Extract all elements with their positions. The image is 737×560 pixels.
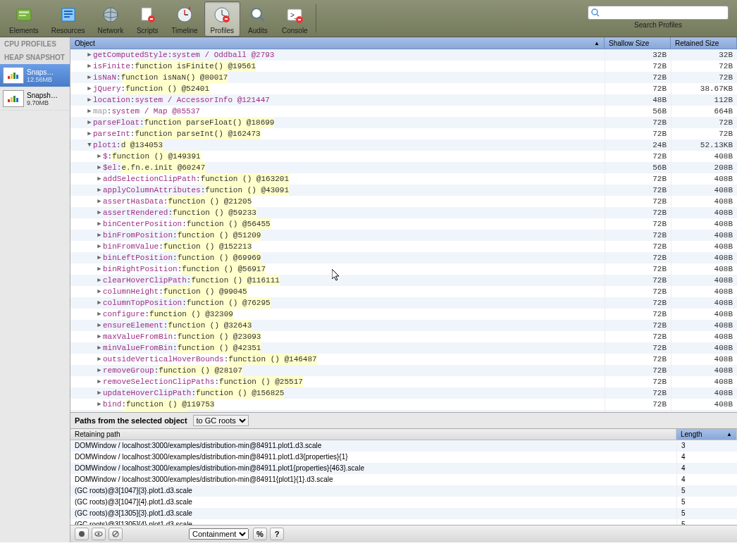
toolbar-resources[interactable]: Resources <box>45 1 92 37</box>
toolbar-audits[interactable]: Audits <box>240 1 275 37</box>
help-button[interactable]: ? <box>270 528 284 540</box>
disclosure-icon[interactable]: ▶ <box>96 320 103 331</box>
path-row[interactable]: (GC roots)@3[1047]{4}.plot1.d3.scale5 <box>70 497 737 508</box>
disclosure-icon[interactable]: ▶ <box>86 117 93 128</box>
tree-row[interactable]: ▶$el: e.fn.e.init @6024756B208B <box>70 162 737 173</box>
record-button[interactable] <box>75 528 89 540</box>
path-row[interactable]: DOMWindow / localhost:3000/examples/dist… <box>70 474 737 485</box>
path-row[interactable]: DOMWindow / localhost:3000/examples/dist… <box>70 452 737 463</box>
tree-row[interactable]: ▶getComputedStyle: system / Oddball @279… <box>70 49 737 61</box>
tree-row[interactable]: ▶removeGroup: function () @2810772B408B <box>70 365 737 376</box>
tree-row[interactable]: ▶$: function () @14939172B408B <box>70 151 737 162</box>
disclosure-icon[interactable]: ▶ <box>96 196 103 207</box>
retained-size: 408B <box>671 342 737 354</box>
paths-select[interactable]: to GC roots <box>193 415 249 426</box>
eye-button[interactable] <box>92 528 106 540</box>
snapshot-item[interactable]: Snaps…12.56MB <box>0 64 70 87</box>
tree-row[interactable]: ▶binFromValue: function () @15221372B408… <box>70 241 737 252</box>
tree-row[interactable]: ▶isNaN: function isNaN() @8001772B72B <box>70 72 737 83</box>
path-row[interactable]: (GC roots)@3[1305]{3}.plot1.d3.scale5 <box>70 508 737 519</box>
tree-row[interactable]: ▶addSelectionClipPath: function () @1632… <box>70 173 737 185</box>
disclosure-icon[interactable]: ▶ <box>96 365 103 376</box>
clear-button[interactable] <box>109 528 123 540</box>
disclosure-icon[interactable]: ▶ <box>96 275 103 286</box>
tree-row[interactable]: ▶minValueFromBin: function () @4235172B4… <box>70 342 737 354</box>
col-object[interactable]: Object▲ <box>70 37 605 49</box>
view-select[interactable]: Containment <box>189 528 249 540</box>
toolbar-network[interactable]: Network <box>92 1 130 37</box>
object-tree[interactable]: ▶getComputedStyle: system / Oddball @279… <box>70 49 737 412</box>
disclosure-icon[interactable]: ▶ <box>96 263 103 275</box>
disclosure-icon[interactable]: ▼ <box>86 139 93 151</box>
disclosure-icon[interactable]: ▶ <box>96 354 103 365</box>
disclosure-icon[interactable]: ▶ <box>96 376 103 387</box>
tree-row[interactable]: ▶clearHoverClipPath: function () @116111… <box>70 275 737 286</box>
snapshot-item[interactable]: Snapsh…9.70MB <box>0 87 70 111</box>
tree-row[interactable]: ▶binFromPosition: function () @5120972B4… <box>70 230 737 241</box>
disclosure-icon[interactable]: ▶ <box>96 185 103 196</box>
disclosure-icon[interactable]: ▶ <box>96 399 103 410</box>
search-input[interactable] <box>588 6 729 20</box>
disclosure-icon[interactable]: ▶ <box>96 218 103 230</box>
toolbar-elements[interactable]: Elements <box>3 1 45 37</box>
tree-row[interactable]: cid: "view2" @4587332B32B <box>70 410 737 412</box>
toolbar-profiles[interactable]: Profiles <box>204 1 240 37</box>
disclosure-icon[interactable]: ▶ <box>96 162 103 173</box>
disclosure-icon[interactable]: ▶ <box>96 297 103 309</box>
col-retained-size[interactable]: Retained Size <box>671 37 737 49</box>
tree-row[interactable]: ▶assertHasData: function () @2120572B408… <box>70 196 737 207</box>
tree-row[interactable]: ▶isFinite: function isFinite() @1956172B… <box>70 61 737 72</box>
disclosure-icon[interactable]: ▶ <box>96 342 103 354</box>
toolbar-timeline[interactable]: Timeline <box>165 1 204 37</box>
path-row[interactable]: DOMWindow / localhost:3000/examples/dist… <box>70 463 737 474</box>
tree-row[interactable]: ▶ensureElement: function () @3264372B408… <box>70 320 737 331</box>
disclosure-icon[interactable]: ▶ <box>96 387 103 399</box>
property-key: columnHeight <box>103 286 159 297</box>
disclosure-icon[interactable]: ▶ <box>96 151 103 162</box>
tree-row[interactable]: ▶map: system / Map @8553756B664B <box>70 106 737 117</box>
path-row[interactable]: (GC roots)@3[1047]{3}.plot1.d3.scale5 <box>70 485 737 497</box>
tree-row[interactable]: ▼plot1: d @13405324B52.13KB <box>70 139 737 151</box>
tree-row[interactable]: ▶parseInt: function parseInt() @16247372… <box>70 128 737 139</box>
disclosure-icon[interactable]: ▶ <box>86 72 93 83</box>
col-retaining-path[interactable]: Retaining path <box>70 429 676 440</box>
disclosure-icon[interactable]: ▶ <box>86 106 93 117</box>
col-length[interactable]: Length▲ <box>676 429 737 440</box>
disclosure-icon[interactable]: ▶ <box>96 207 103 218</box>
disclosure-icon[interactable]: ▶ <box>96 331 103 342</box>
tree-row[interactable]: ▶columnHeight: function () @9904572B408B <box>70 286 737 297</box>
tree-row[interactable]: ▶outsideVerticalHoverBounds: function ()… <box>70 354 737 365</box>
disclosure-icon[interactable]: ▶ <box>96 230 103 241</box>
disclosure-icon[interactable]: ▶ <box>86 49 93 61</box>
tree-row[interactable]: ▶assertRendered: function () @5923372B40… <box>70 207 737 218</box>
tree-row[interactable]: ▶columnTopPosition: function () @7629572… <box>70 297 737 309</box>
tree-row[interactable]: ▶configure: function () @3230972B408B <box>70 309 737 320</box>
disclosure-icon[interactable]: ▶ <box>96 241 103 252</box>
disclosure-icon[interactable]: ▶ <box>96 252 103 263</box>
tree-row[interactable]: ▶maxValueFromBin: function () @2309372B4… <box>70 331 737 342</box>
tree-row[interactable]: ▶binLeftPosition: function () @6996972B4… <box>70 252 737 263</box>
tree-row[interactable]: ▶binRightPosition: function () @5691772B… <box>70 263 737 275</box>
col-shallow-size[interactable]: Shallow Size <box>605 37 671 49</box>
disclosure-icon[interactable]: ▶ <box>86 94 93 106</box>
disclosure-icon[interactable]: ▶ <box>86 128 93 139</box>
toolbar-scripts[interactable]: Scripts <box>130 1 165 37</box>
tree-row[interactable]: ▶jQuery: function () @5240172B38.67KB <box>70 83 737 94</box>
disclosure-icon[interactable]: ▶ <box>96 173 103 185</box>
disclosure-icon[interactable]: ▶ <box>86 83 93 94</box>
tree-row[interactable]: ▶removeSelectionClipPaths: function () @… <box>70 376 737 387</box>
disclosure-icon[interactable]: ▶ <box>96 286 103 297</box>
toolbar-console[interactable]: >_Console <box>275 1 314 37</box>
tree-row[interactable]: ▶updateHoverClipPath: function () @15682… <box>70 387 737 399</box>
paths-list[interactable]: DOMWindow / localhost:3000/examples/dist… <box>70 440 737 525</box>
path-row[interactable]: DOMWindow / localhost:3000/examples/dist… <box>70 440 737 452</box>
tree-row[interactable]: ▶bind: function () @11975372B408B <box>70 399 737 410</box>
tree-row[interactable]: ▶applyColumnAttributes: function () @430… <box>70 185 737 196</box>
disclosure-icon[interactable]: ▶ <box>86 61 93 72</box>
tree-row[interactable]: ▶parseFloat: function parseFloat() @1869… <box>70 117 737 128</box>
tree-row[interactable]: ▶location: system / AccessorInfo @121447… <box>70 94 737 106</box>
percent-button[interactable]: % <box>253 528 267 540</box>
tree-row[interactable]: ▶binCenterPosition: function () @5645572… <box>70 218 737 230</box>
path-row[interactable]: (GC roots)@3[1305]{4}.plot1.d3.scale5 <box>70 519 737 525</box>
disclosure-icon[interactable]: ▶ <box>96 309 103 320</box>
